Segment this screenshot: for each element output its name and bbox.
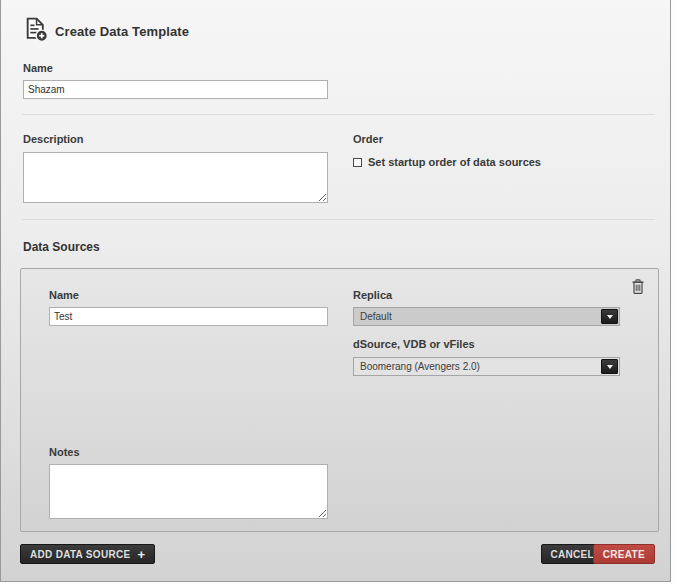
caret-down-icon (607, 315, 613, 319)
name-label: Name (23, 62, 53, 74)
description-textarea[interactable] (23, 152, 328, 203)
data-source-card: Name Replica Default dSource, VDB or vFi… (20, 268, 659, 532)
replica-selected-value: Default (354, 311, 601, 322)
dropdown-button[interactable] (601, 309, 618, 324)
ds-name-input[interactable] (49, 307, 328, 326)
notes-label: Notes (49, 446, 80, 458)
dialog-header: Create Data Template (23, 17, 189, 46)
replica-label: Replica (353, 289, 392, 301)
order-label: Order (353, 133, 383, 145)
startup-order-checkbox-label: Set startup order of data sources (368, 156, 541, 168)
add-data-source-label: ADD DATA SOURCE (30, 549, 130, 560)
create-label: CREATE (603, 549, 645, 560)
dropdown-button[interactable] (601, 359, 618, 374)
cancel-label: CANCEL (551, 549, 594, 560)
dsource-selected-value: Boomerang (Avengers 2.0) (354, 361, 601, 372)
data-sources-heading: Data Sources (23, 240, 100, 254)
trash-icon[interactable] (631, 279, 645, 299)
dsource-dropdown[interactable]: Boomerang (Avengers 2.0) (353, 357, 620, 376)
startup-order-checkbox-row[interactable]: Set startup order of data sources (353, 156, 541, 168)
divider (22, 114, 655, 115)
notes-textarea[interactable] (49, 464, 328, 519)
ds-name-label: Name (49, 289, 79, 301)
page-title: Create Data Template (55, 24, 189, 39)
document-add-icon (23, 17, 48, 46)
name-input[interactable] (23, 80, 328, 99)
create-data-template-dialog: Create Data Template Name Description Or… (0, 0, 671, 582)
description-label: Description (23, 133, 84, 145)
dsource-label: dSource, VDB or vFiles (353, 338, 475, 350)
checkbox-unchecked-icon[interactable] (353, 158, 362, 167)
replica-dropdown[interactable]: Default (353, 307, 620, 326)
caret-down-icon (607, 365, 613, 369)
add-data-source-button[interactable]: ADD DATA SOURCE + (20, 544, 155, 564)
plus-icon: + (137, 548, 145, 561)
create-button[interactable]: CREATE (593, 544, 655, 564)
divider (22, 219, 655, 220)
